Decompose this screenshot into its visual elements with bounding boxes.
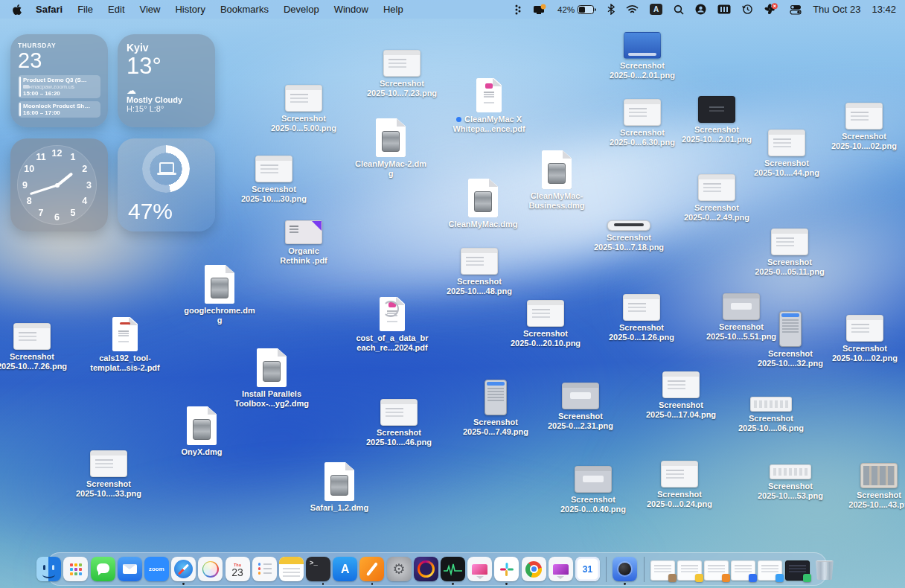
dock-zoom-icon[interactable]: zoom [144, 557, 169, 581]
menu-item-window[interactable]: Window [327, 0, 376, 19]
dock-chrome-icon[interactable] [522, 557, 546, 581]
menu-item-edit[interactable]: Edit [100, 0, 132, 19]
desktop-icon[interactable]: Screenshot2025-10....33.png [64, 450, 153, 499]
desktop-icon[interactable]: Screenshot2025-10....44.png [742, 130, 831, 178]
keyboard-icon[interactable] [717, 4, 731, 14]
file-thumbnail-win-dark [698, 96, 735, 123]
dock-reminders-icon[interactable] [252, 557, 277, 581]
running-indicator [452, 583, 454, 585]
desktop-icon[interactable]: Screenshot2025-10....48.png [435, 248, 524, 296]
desktop-icon[interactable]: Screenshot2025-0...0.40.png [549, 466, 638, 514]
dock-mail-icon[interactable] [118, 557, 142, 581]
desktop-icon[interactable]: Safari_1.2.dmg [295, 462, 384, 513]
desktop-icon[interactable]: Screenshot2025-0...2.01.png [598, 32, 687, 80]
control-center-icon[interactable] [790, 4, 802, 15]
desktop-icon[interactable]: Screenshot2025-10....43.pn [834, 463, 905, 510]
desktop-icon[interactable]: Screenshot2025-0...17.04.png [636, 371, 726, 420]
menu-item-help[interactable]: Help [376, 0, 411, 19]
dock-display-app-icon[interactable] [549, 557, 573, 581]
file-thumbnail-win [662, 371, 700, 398]
menu-item-file[interactable]: File [70, 0, 100, 19]
desktop-icon[interactable]: Screenshot2025-10....02.png [819, 103, 905, 151]
desktop-icon[interactable]: cost_of_a_data_breach_re...2024.pdf [348, 297, 437, 353]
dock-notes-icon[interactable] [279, 557, 304, 581]
desktop-icon[interactable]: CleanMyMac XWhitepa...ence.pdf [444, 78, 534, 134]
dock-calendar-icon[interactable]: Thu23 [226, 557, 250, 581]
menu-item-safari[interactable]: Safari [28, 0, 70, 19]
desktop-icon[interactable]: Screenshot2025-0...5.00.png [259, 85, 348, 133]
desktop-icon[interactable]: Screenshot2025-0...2.31.png [536, 383, 625, 431]
menubar-date[interactable]: Thu Oct 23 [813, 4, 860, 15]
menu-item-view[interactable]: View [132, 0, 168, 19]
minimized-window[interactable] [731, 560, 755, 581]
dock-stats-icon[interactable] [441, 557, 465, 581]
weather-widget[interactable]: Kyiv 13° ☁ Mostly Cloudy H:15° L:8° [118, 34, 215, 127]
desktop-icon[interactable]: Screenshot2025-0...20.10.png [501, 300, 590, 348]
file-label: googlechrome.dmg [175, 306, 264, 325]
dock-speaker-app-icon[interactable] [613, 557, 637, 581]
spotlight-icon[interactable] [674, 4, 684, 15]
desktop-icon[interactable]: Screenshot2025-10....46.png [354, 399, 444, 447]
file-label: Screenshot2025-0...2.49.png [672, 203, 761, 223]
desktop-icon[interactable]: Screenshot2025-0...1.26.png [597, 294, 686, 342]
desktop-icon[interactable]: OrganicRethink .pdf [259, 220, 348, 266]
menu-item-history[interactable]: History [167, 0, 212, 19]
desktop-icon[interactable]: Screenshot2025-0...05.11.png [745, 229, 834, 277]
desktop-icon[interactable]: Screenshot2025-10...7.23.png [357, 50, 447, 98]
dock-cleanmymac-icon[interactable] [467, 557, 492, 581]
minimized-window[interactable] [758, 560, 782, 581]
desktop-icon[interactable]: Screenshot2025-0...2.49.png [672, 174, 761, 223]
dock-trash-icon[interactable] [812, 557, 837, 581]
desktop-icon[interactable]: Install ParallelsToolbox-...yg2.dmg [227, 348, 316, 409]
minimized-window[interactable] [650, 560, 675, 581]
dock-finder-icon[interactable] [36, 557, 61, 581]
desktop-icon[interactable]: Screenshot2025-10....06.png [726, 397, 816, 433]
dock-photos-icon[interactable] [198, 557, 223, 581]
desktop-icon[interactable]: Screenshot2025-10....53.png [746, 464, 835, 501]
app-badge [749, 574, 757, 582]
calendar-widget[interactable]: THURSDAY 23 Product Demo Q3 (S… macpaw.z… [10, 34, 108, 127]
desktop-icon[interactable]: Screenshot2025-0...7.49.png [451, 380, 540, 437]
desktop-icon[interactable]: Screenshot2025-10...7.18.png [584, 220, 674, 252]
dock-system-settings-icon[interactable]: ⚙ [387, 557, 412, 581]
menu-item-develop[interactable]: Develop [276, 0, 327, 19]
desktop-icon[interactable]: Screenshot2025-10....30.png [229, 156, 319, 204]
pinwheel-alert-icon[interactable] [764, 3, 778, 16]
running-indicator [505, 583, 508, 585]
dock-safari-icon[interactable] [171, 557, 196, 581]
desktop-icon[interactable]: cals192_tool-templat...sis-2.pdf [80, 317, 170, 373]
menubar-time[interactable]: 13:42 [872, 4, 896, 15]
dock-firefox-icon[interactable] [414, 557, 438, 581]
desktop-icon[interactable]: Screenshot2025-10...7.26.png [0, 323, 77, 371]
dock-google-calendar-icon[interactable]: 31 [575, 557, 600, 581]
dock-launchpad-icon[interactable] [63, 557, 88, 581]
dots-status-icon[interactable] [514, 4, 522, 16]
file-thumbnail-win [380, 399, 418, 426]
desktop-icon[interactable]: Screenshot2025-0...0.24.png [635, 461, 724, 509]
file-label: CleanMyMac XWhitepa...ence.pdf [444, 115, 534, 134]
dock-editor-icon[interactable] [359, 557, 384, 581]
minimized-window[interactable] [677, 560, 702, 581]
minimized-window[interactable] [785, 560, 810, 581]
menu-item-bookmarks[interactable]: Bookmarks [213, 0, 276, 19]
battery-widget[interactable]: 47% [118, 138, 215, 231]
input-source-icon[interactable]: A [650, 4, 662, 15]
desktop-icon[interactable]: Screenshot2025-10....02.png [820, 315, 905, 363]
battery-indicator[interactable]: 42% [557, 5, 596, 14]
desktop-icon[interactable]: OnyX.dmg [157, 406, 246, 457]
dock-terminal-icon[interactable]: >_ [306, 557, 330, 581]
dock-slack-icon[interactable] [494, 557, 519, 581]
desktop-icon[interactable]: CleanMyMac-Business.dmg [512, 150, 601, 211]
desktop-icon[interactable]: CleanMyMac-2.dmg [346, 118, 435, 179]
dock-messages-icon[interactable] [91, 557, 115, 581]
time-machine-icon[interactable] [742, 4, 753, 15]
wifi-icon[interactable] [626, 4, 639, 14]
desktop-icon[interactable]: googlechrome.dmg [175, 265, 264, 325]
minimized-window[interactable] [704, 560, 729, 581]
user-icon[interactable] [695, 4, 706, 15]
apple-menu-icon[interactable] [12, 4, 22, 16]
display-alert-icon[interactable] [533, 4, 546, 16]
dock-app-store-icon[interactable]: A [333, 557, 357, 581]
clock-widget[interactable]: 121234567891011 [10, 138, 108, 231]
bluetooth-icon[interactable] [607, 4, 615, 15]
